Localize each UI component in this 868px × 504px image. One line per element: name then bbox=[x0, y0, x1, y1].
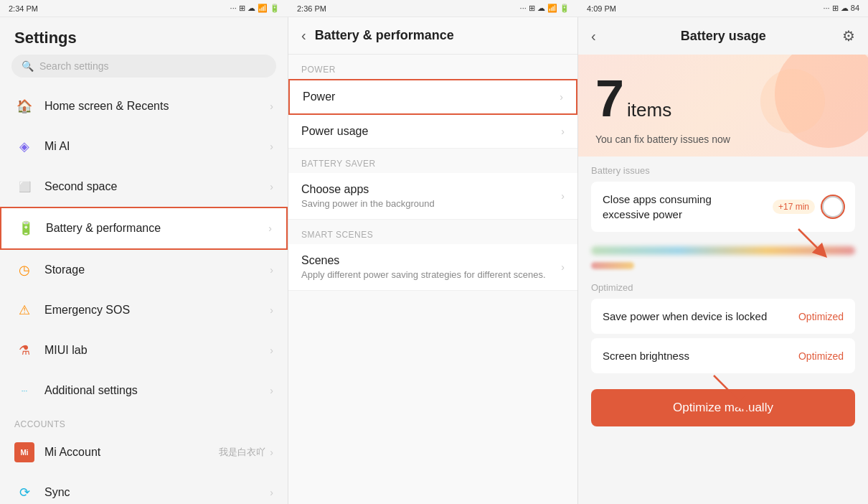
storage-icon: ◷ bbox=[14, 260, 34, 280]
settings-title: Settings bbox=[0, 17, 288, 55]
power-item[interactable]: Power › bbox=[288, 79, 577, 115]
opt-text-brightness: Screen brightness bbox=[603, 348, 793, 363]
mi-ai-icon: ◈ bbox=[14, 136, 34, 157]
second-space-label: Second space bbox=[44, 180, 270, 193]
status-bars: 2:34 PM ··· ⊞ ☁ 📶 🔋 2:36 PM ··· ⊞ ☁ 📶 🔋 … bbox=[0, 0, 868, 17]
home-icon: 🏠 bbox=[14, 96, 34, 116]
sidebar-item-mi-ai[interactable]: ◈ Mi AI › bbox=[0, 126, 288, 167]
issue-row-1: Close apps consumingexcessive power +17 … bbox=[591, 182, 855, 232]
sync-icon: ⟳ bbox=[14, 482, 34, 503]
emergency-icon: ⚠ bbox=[14, 300, 34, 320]
battery-issues-section: Battery issues Close apps consumingexces… bbox=[578, 157, 868, 242]
optimized-label: Optimized bbox=[591, 282, 855, 293]
sidebar-item-second-space[interactable]: ⬜ Second space › bbox=[0, 167, 288, 207]
settings-panel: Settings 🔍 Search settings 🏠 Home screen… bbox=[0, 17, 288, 504]
icons-panel3: ··· ⊞ ☁ 84 bbox=[823, 4, 859, 13]
hero-number: 7 bbox=[595, 70, 624, 127]
scenes-label: Scenes bbox=[301, 254, 561, 267]
mi-ai-arrow: › bbox=[270, 141, 273, 152]
sync-label: Sync bbox=[44, 486, 270, 499]
time-panel2: 2:36 PM bbox=[297, 4, 326, 13]
battery-arrow: › bbox=[268, 223, 272, 234]
battery-saver-label: BATTERY SAVER bbox=[288, 149, 577, 173]
miui-lab-label: MIUI lab bbox=[44, 344, 270, 357]
power-section-label: POWER bbox=[288, 55, 577, 79]
miui-lab-arrow: › bbox=[270, 345, 273, 356]
icons-panel2: ··· ⊞ ☁ 📶 🔋 bbox=[520, 4, 570, 13]
main-panels: Settings 🔍 Search settings 🏠 Home screen… bbox=[0, 17, 868, 504]
icons-panel1: ··· ⊞ ☁ 📶 🔋 bbox=[230, 4, 280, 13]
battery-label: Battery & performance bbox=[46, 222, 268, 235]
mi-ai-label: Mi AI bbox=[44, 140, 270, 153]
back-button-panel2[interactable]: ‹ bbox=[301, 27, 306, 44]
back-button-panel3[interactable]: ‹ bbox=[591, 28, 596, 45]
battery-issues-label: Battery issues bbox=[591, 165, 855, 176]
sidebar-item-mi-account[interactable]: Mi Mi Account 我是白衣吖 › bbox=[0, 432, 288, 472]
choose-apps-arrow: › bbox=[561, 190, 565, 202]
search-bar[interactable]: 🔍 Search settings bbox=[11, 55, 276, 78]
scenes-arrow: › bbox=[561, 261, 565, 273]
optimize-manually-button[interactable]: Optimize manually bbox=[591, 389, 855, 426]
optimized-section: Optimized Save power when device is lock… bbox=[578, 276, 868, 383]
mi-account-label: Mi Account bbox=[44, 446, 219, 459]
power-usage-arrow: › bbox=[561, 126, 565, 137]
battery-panel-header: ‹ Battery & performance bbox=[288, 17, 577, 55]
status-bar-panel1: 2:34 PM ··· ⊞ ☁ 📶 🔋 bbox=[0, 0, 288, 17]
power-usage-item[interactable]: Power usage › bbox=[288, 115, 577, 149]
smart-scenes-label: SMART SCENES bbox=[288, 220, 577, 244]
emergency-arrow: › bbox=[270, 304, 273, 316]
battery-usage-panel: ‹ Battery usage ⚙ 7items You can fix bat… bbox=[578, 17, 868, 504]
home-label: Home screen & Recents bbox=[44, 100, 270, 113]
power-arrow: › bbox=[560, 91, 563, 103]
mi-account-value: 我是白衣吖 bbox=[219, 446, 265, 459]
storage-arrow: › bbox=[270, 264, 273, 276]
issue-tag-1: +17 min bbox=[773, 200, 815, 214]
opt-row-brightness: Screen brightness Optimized bbox=[591, 338, 855, 373]
sidebar-item-battery[interactable]: 🔋 Battery & performance › bbox=[0, 207, 288, 250]
power-usage-text: Power usage bbox=[301, 125, 561, 138]
battery-usage-hero: 7items You can fix battery issues now bbox=[578, 55, 868, 157]
battery-panel-content: POWER Power › Power usage › BATTERY SAVE… bbox=[288, 55, 577, 504]
search-icon: 🔍 bbox=[22, 60, 34, 72]
time-panel3: 4:09 PM bbox=[587, 4, 616, 13]
hero-circle-2 bbox=[760, 69, 825, 134]
miui-lab-icon: ⚗ bbox=[14, 340, 34, 360]
battery-icon: 🔋 bbox=[16, 218, 36, 238]
blurred-bar-2 bbox=[591, 262, 634, 269]
sidebar-item-sync[interactable]: ⟳ Sync › bbox=[0, 472, 288, 504]
settings-list: 🏠 Home screen & Recents › ◈ Mi AI › ⬜ Se… bbox=[0, 86, 288, 504]
choose-apps-label: Choose apps bbox=[301, 183, 561, 196]
sidebar-item-miui-lab[interactable]: ⚗ MIUI lab › bbox=[0, 330, 288, 370]
issue-toggle-1[interactable] bbox=[822, 196, 844, 218]
time-panel1: 2:34 PM bbox=[9, 4, 38, 13]
opt-value-brightness: Optimized bbox=[798, 350, 844, 362]
sidebar-item-storage[interactable]: ◷ Storage › bbox=[0, 250, 288, 290]
choose-apps-sub: Saving power in the background bbox=[301, 198, 561, 209]
hero-items-label: items bbox=[627, 99, 671, 121]
sidebar-item-additional-settings[interactable]: ··· Additional settings › bbox=[0, 370, 288, 411]
accounts-section-label: ACCOUNTS bbox=[0, 411, 288, 432]
scenes-text: Scenes Apply different power saving stra… bbox=[301, 254, 561, 280]
battery-usage-title: Battery usage bbox=[605, 29, 842, 44]
battery-panel: ‹ Battery & performance POWER Power › Po… bbox=[288, 17, 578, 504]
choose-apps-item[interactable]: Choose apps Saving power in the backgrou… bbox=[288, 173, 577, 220]
sidebar-item-home-screen[interactable]: 🏠 Home screen & Recents › bbox=[0, 86, 288, 126]
emergency-label: Emergency SOS bbox=[44, 304, 270, 317]
mi-account-arrow: › bbox=[270, 447, 273, 458]
battery-panel-title: Battery & performance bbox=[315, 28, 454, 43]
opt-row-save-power: Save power when device is locked Optimiz… bbox=[591, 299, 855, 334]
opt-value-save-power: Optimized bbox=[798, 311, 844, 322]
gear-icon[interactable]: ⚙ bbox=[842, 27, 855, 45]
search-input[interactable]: Search settings bbox=[39, 60, 109, 72]
opt-text-save-power: Save power when device is locked bbox=[603, 309, 793, 324]
blurred-bar-1 bbox=[591, 246, 855, 255]
scenes-item[interactable]: Scenes Apply different power saving stra… bbox=[288, 244, 577, 291]
scenes-sub: Apply different power saving strategies … bbox=[301, 269, 561, 280]
power-item-text: Power bbox=[303, 90, 560, 103]
status-bar-panel2: 2:36 PM ··· ⊞ ☁ 📶 🔋 bbox=[288, 0, 578, 17]
additional-arrow: › bbox=[270, 385, 273, 396]
second-space-icon: ⬜ bbox=[14, 177, 34, 197]
sync-arrow: › bbox=[270, 487, 273, 498]
additional-label: Additional settings bbox=[44, 384, 270, 397]
sidebar-item-emergency-sos[interactable]: ⚠ Emergency SOS › bbox=[0, 290, 288, 330]
